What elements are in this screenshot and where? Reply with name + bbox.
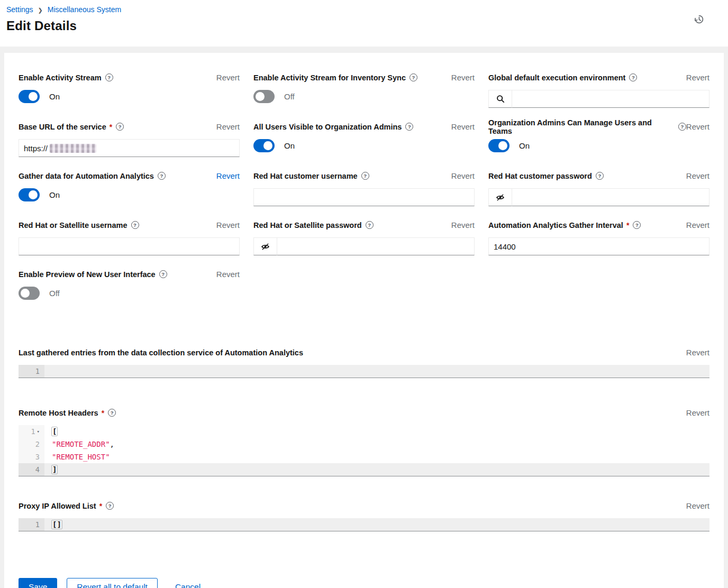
base-url-prefix: https:// bbox=[24, 144, 48, 153]
help-icon[interactable]: ? bbox=[596, 172, 604, 180]
code-content[interactable]: ] bbox=[44, 463, 709, 476]
toggle-state-label: On bbox=[49, 92, 60, 101]
revert-link[interactable]: Revert bbox=[216, 270, 240, 279]
required-marker: * bbox=[102, 409, 104, 417]
field-label: Proxy IP Allowed List bbox=[19, 502, 96, 510]
field-enable-preview-ui: Enable Preview of New User Interface ? R… bbox=[19, 269, 240, 304]
enable-activity-stream-toggle[interactable] bbox=[19, 90, 40, 103]
revert-link[interactable]: Revert bbox=[686, 408, 709, 417]
revert-link[interactable]: Revert bbox=[216, 171, 240, 180]
field-global-default-execution-environment: Global default execution environment ? R… bbox=[488, 72, 709, 108]
code-content[interactable]: [] bbox=[44, 518, 709, 531]
execution-environment-input[interactable] bbox=[512, 90, 709, 108]
line-number: 1 bbox=[19, 365, 44, 378]
revert-all-to-default-button[interactable]: Revert all to default bbox=[67, 578, 158, 588]
field-activity-stream-inventory-sync: Enable Activity Stream for Inventory Syn… bbox=[253, 72, 475, 108]
enable-preview-ui-toggle[interactable] bbox=[19, 287, 40, 300]
field-org-admins-manage: Organization Admins Can Manage Users and… bbox=[488, 121, 709, 157]
revert-link[interactable]: Revert bbox=[686, 348, 709, 357]
org-admins-manage-toggle[interactable] bbox=[488, 139, 509, 152]
page-title: Edit Details bbox=[6, 19, 715, 33]
revert-link[interactable]: Revert bbox=[216, 122, 240, 131]
revert-link[interactable]: Revert bbox=[216, 73, 240, 82]
save-button[interactable]: Save bbox=[19, 578, 57, 588]
revert-link[interactable]: Revert bbox=[686, 122, 709, 131]
code-content[interactable] bbox=[44, 365, 709, 378]
field-label: Enable Preview of New User Interface bbox=[19, 270, 156, 279]
revert-link[interactable]: Revert bbox=[451, 221, 475, 229]
field-label: Enable Activity Stream for Inventory Syn… bbox=[253, 74, 406, 82]
toggle-state-label: Off bbox=[284, 92, 295, 101]
proxy-ip-allowed-code-editor[interactable]: 1 [] bbox=[19, 518, 709, 531]
revert-link[interactable]: Revert bbox=[686, 501, 709, 510]
help-icon[interactable]: ? bbox=[116, 123, 124, 131]
toggle-state-label: On bbox=[519, 141, 530, 150]
gather-data-analytics-toggle[interactable] bbox=[19, 188, 40, 201]
code-content[interactable]: [ bbox=[44, 425, 709, 438]
code-content[interactable]: "REMOTE_HOST" bbox=[44, 451, 709, 463]
rh-customer-password-input[interactable] bbox=[512, 188, 709, 206]
breadcrumb-miscellaneous-system-link[interactable]: Miscellaneous System bbox=[48, 5, 121, 14]
page-header: Settings ❯ Miscellaneous System Edit Det… bbox=[0, 0, 728, 47]
rh-customer-username-input[interactable] bbox=[253, 188, 475, 206]
eye-slash-icon bbox=[261, 242, 270, 251]
help-icon[interactable]: ? bbox=[108, 409, 116, 417]
field-label: Enable Activity Stream bbox=[19, 74, 102, 82]
execution-environment-search-button[interactable] bbox=[488, 90, 512, 108]
cancel-button[interactable]: Cancel bbox=[175, 582, 201, 588]
field-rh-customer-password: Red Hat customer password ? Revert bbox=[488, 170, 709, 206]
revert-link[interactable]: Revert bbox=[686, 73, 709, 82]
help-icon[interactable]: ? bbox=[105, 74, 113, 81]
help-icon[interactable]: ? bbox=[361, 172, 369, 180]
base-url-input[interactable]: https:// bbox=[19, 139, 240, 157]
section-last-gathered-entries: Last gathered entries from the data coll… bbox=[19, 347, 709, 378]
history-icon bbox=[694, 14, 705, 25]
rh-satellite-password-show-button[interactable] bbox=[253, 237, 277, 255]
field-label: Automation Analytics Gather Interval bbox=[488, 221, 623, 229]
help-icon[interactable]: ? bbox=[678, 123, 686, 131]
revert-link[interactable]: Revert bbox=[451, 73, 475, 82]
form-actions: Save Revert all to default Cancel bbox=[19, 578, 709, 588]
line-number: 3 bbox=[19, 451, 44, 463]
help-icon[interactable]: ? bbox=[405, 123, 413, 131]
help-icon[interactable]: ? bbox=[159, 270, 167, 278]
help-icon[interactable]: ? bbox=[158, 172, 166, 180]
toggle-state-label: On bbox=[49, 190, 60, 199]
search-icon bbox=[496, 95, 505, 103]
help-icon[interactable]: ? bbox=[131, 221, 139, 229]
field-label: Red Hat or Satellite password bbox=[253, 221, 362, 229]
fold-arrow-icon[interactable]: ▾ bbox=[37, 425, 40, 438]
help-icon[interactable]: ? bbox=[629, 74, 637, 81]
eye-slash-icon bbox=[496, 193, 505, 202]
field-rh-satellite-username: Red Hat or Satellite username ? Revert bbox=[19, 219, 240, 255]
activity-stream-inventory-sync-toggle[interactable] bbox=[253, 90, 275, 103]
revert-link[interactable]: Revert bbox=[216, 221, 240, 229]
field-label: All Users Visible to Organization Admins bbox=[253, 123, 402, 131]
breadcrumb-separator-icon: ❯ bbox=[38, 7, 43, 14]
all-users-visible-toggle[interactable] bbox=[253, 139, 275, 152]
field-all-users-visible: All Users Visible to Organization Admins… bbox=[253, 121, 475, 157]
help-icon[interactable]: ? bbox=[633, 221, 641, 229]
field-label: Global default execution environment bbox=[488, 74, 625, 82]
revert-link[interactable]: Revert bbox=[451, 171, 475, 180]
toggle-state-label: Off bbox=[49, 289, 60, 298]
remote-host-headers-code-editor[interactable]: 1 ▾ [ 2 "REMOTE_ADDR", 3 "REMOTE_HOST" 4… bbox=[19, 425, 709, 476]
rh-satellite-password-input[interactable] bbox=[277, 237, 475, 255]
revert-link[interactable]: Revert bbox=[686, 221, 709, 229]
code-content[interactable]: "REMOTE_ADDR", bbox=[44, 438, 709, 451]
breadcrumb-settings-link[interactable]: Settings bbox=[6, 5, 33, 14]
code-line: 2 "REMOTE_ADDR", bbox=[19, 438, 709, 451]
field-rh-customer-username: Red Hat customer username ? Revert bbox=[253, 170, 475, 206]
help-icon[interactable]: ? bbox=[366, 221, 374, 229]
history-button[interactable] bbox=[691, 12, 707, 27]
help-icon[interactable]: ? bbox=[106, 502, 114, 510]
last-gathered-code-editor[interactable]: 1 bbox=[19, 365, 709, 378]
line-number: 1 ▾ bbox=[19, 425, 44, 438]
rh-satellite-username-input[interactable] bbox=[19, 237, 240, 255]
help-icon[interactable]: ? bbox=[410, 74, 417, 81]
revert-link[interactable]: Revert bbox=[451, 122, 475, 131]
field-label: Gather data for Automation Analytics bbox=[19, 172, 154, 180]
rh-customer-password-show-button[interactable] bbox=[488, 188, 512, 206]
revert-link[interactable]: Revert bbox=[686, 171, 709, 180]
aa-gather-interval-input[interactable] bbox=[488, 237, 709, 255]
